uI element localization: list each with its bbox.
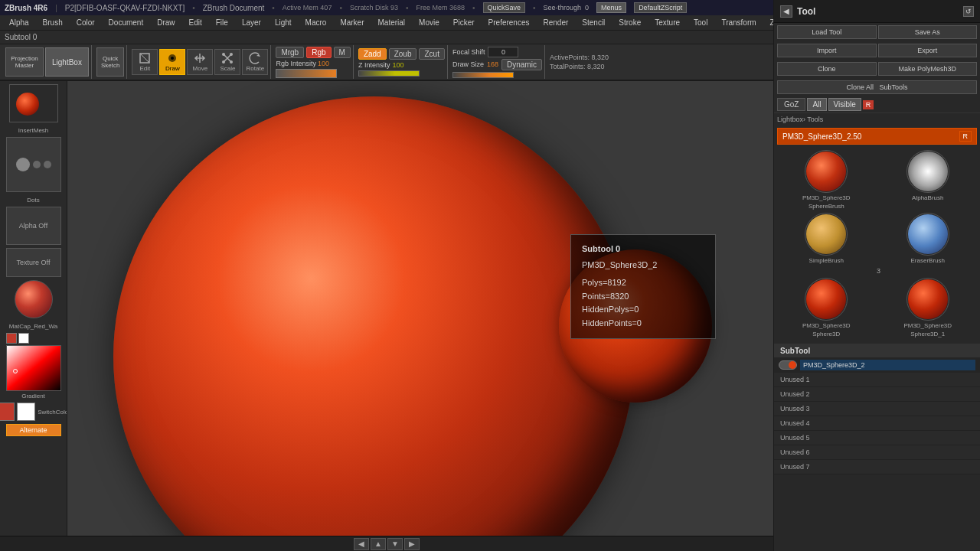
matcap-preview[interactable]	[15, 280, 53, 318]
color-picker[interactable]: Gradient	[6, 333, 61, 399]
edit-button[interactable]: Edit	[132, 49, 158, 75]
color-sq-red[interactable]	[6, 333, 17, 344]
menu-light[interactable]: Light	[269, 17, 298, 28]
menu-tool[interactable]: Tool	[688, 17, 714, 28]
scroll-right-button[interactable]: ▶	[404, 538, 420, 550]
primary-color-swatch[interactable]	[0, 403, 15, 421]
load-tool-button[interactable]: Load Tool	[777, 25, 877, 39]
dots-brush-thumb[interactable]	[6, 137, 61, 192]
menu-color[interactable]: Color	[70, 17, 101, 28]
sphere-info-points: Points=8320	[582, 290, 704, 304]
projection-section: Projection Master LightBox	[3, 45, 92, 79]
menu-material[interactable]: Material	[372, 17, 412, 28]
sphere3d1-item[interactable]: PM3D_Sphere3D Sphere3D_1	[879, 278, 978, 337]
subtool-toggle-on[interactable]	[779, 360, 797, 370]
subtool-unused-4[interactable]: Unused 4	[774, 416, 980, 431]
menu-picker[interactable]: Picker	[447, 17, 481, 28]
menu-stroke[interactable]: Stroke	[612, 17, 647, 28]
canvas-area[interactable]: Subtool 0 PM3D_Sphere3D_2 Polys=8192 Poi…	[67, 81, 773, 536]
sphere3d-item[interactable]: PM3D_Sphere3D Sphere3D	[777, 278, 876, 337]
zoub-button[interactable]: Zoub	[389, 48, 417, 60]
goz-row: GoZ All Visible R	[774, 96, 980, 112]
menu-stencil[interactable]: Stencil	[576, 17, 611, 28]
menu-movie[interactable]: Movie	[413, 17, 446, 28]
menu-transform[interactable]: Transform	[715, 17, 762, 28]
alpha-brush-item[interactable]: AlphaBrush	[879, 150, 978, 210]
save-as-button[interactable]: Save As	[878, 25, 978, 39]
z-intensity-slider[interactable]	[358, 70, 420, 77]
scroll-left-button[interactable]: ◀	[354, 538, 369, 550]
scroll-up-button[interactable]: ▲	[371, 538, 386, 550]
sphere-info-hidden-points: HiddenPoints=0	[582, 317, 704, 331]
menu-document[interactable]: Document	[103, 17, 150, 28]
lightbox-tools-label: Lightbox› Tools	[777, 116, 823, 123]
menu-file[interactable]: File	[210, 17, 234, 28]
subtool-unused-3[interactable]: Unused 3	[774, 402, 980, 416]
draw-size-slider[interactable]	[452, 72, 514, 78]
active-points: ActivePoints: 8,320	[550, 54, 609, 61]
pm3d-selector[interactable]: PM3D_Sphere3D_2.50 R	[777, 128, 977, 145]
subtool-unused-6[interactable]: Unused 6	[774, 445, 980, 460]
alternate-button[interactable]: Alternate	[6, 424, 61, 436]
clone-button[interactable]: Clone	[777, 62, 877, 76]
eraser-brush-item[interactable]: EraserBrush	[879, 213, 978, 264]
subtool-unused-1[interactable]: Unused 1	[774, 373, 980, 387]
insert-mesh-thumb[interactable]	[9, 84, 58, 122]
draw-button[interactable]: Draw	[159, 49, 185, 75]
menu-brush[interactable]: Brush	[37, 17, 69, 28]
sphere3d-sublabel: PM3D_Sphere3D	[802, 322, 851, 329]
menu-edit[interactable]: Edit	[183, 17, 208, 28]
r-key-button[interactable]: R	[863, 100, 874, 109]
points-section: ActivePoints: 8,320 TotalPoints: 8,320	[547, 45, 611, 79]
menu-macro[interactable]: Macro	[299, 17, 333, 28]
subtool-unused-5[interactable]: Unused 5	[774, 431, 980, 445]
free-mem: Free Mem 3688	[416, 4, 465, 11]
export-button[interactable]: Export	[878, 44, 978, 57]
menu-marker[interactable]: Marker	[334, 17, 370, 28]
rotate-button[interactable]: Rotate	[242, 49, 268, 75]
color-gradient-picker[interactable]	[6, 345, 61, 391]
rgb-button[interactable]: Rgb	[306, 47, 331, 58]
m-button[interactable]: M	[334, 47, 351, 58]
menu-alpha[interactable]: Alpha	[3, 17, 35, 28]
menu-preferences[interactable]: Preferences	[482, 17, 536, 28]
focal-shift-value[interactable]: 0	[488, 47, 518, 57]
quicksave-button[interactable]: QuickSave	[483, 2, 526, 13]
scroll-down-button[interactable]: ▼	[387, 538, 403, 550]
dynamic-button[interactable]: Dynamic	[501, 59, 542, 70]
zadd-button[interactable]: Zadd	[358, 48, 387, 60]
right-panel: ◀ Tool ↺ Load Tool Save As Import Export…	[773, 0, 980, 551]
menu-texture[interactable]: Texture	[648, 17, 686, 28]
scale-button[interactable]: Scale	[214, 49, 240, 75]
color-sq-white[interactable]	[18, 333, 29, 344]
secondary-color-swatch[interactable]	[17, 403, 35, 421]
lightbox-button[interactable]: LightBox	[45, 47, 89, 77]
menus-button[interactable]: Menus	[596, 2, 626, 13]
visible-button[interactable]: Visible	[828, 98, 861, 111]
quick-sketch-button[interactable]: Quick Sketch	[96, 47, 124, 77]
import-button[interactable]: Import	[777, 44, 877, 57]
script-button[interactable]: DefaultZScript	[634, 2, 687, 13]
simple-brush-item[interactable]: SimpleBrush	[777, 213, 876, 264]
move-button[interactable]: Move	[187, 49, 213, 75]
sphere-brush-item[interactable]: PM3D_Sphere3D SphereBrush	[777, 150, 876, 210]
zcut-button[interactable]: Zcut	[419, 48, 444, 60]
rgb-intensity-slider[interactable]	[276, 69, 337, 78]
active-subtool-item[interactable]: PM3D_Sphere3D_2	[800, 360, 975, 370]
projection-master-button[interactable]: Projection Master	[5, 47, 44, 77]
make-polymesh-button[interactable]: Make PolyMesh3D	[878, 62, 978, 76]
panel-refresh-button[interactable]: ↺	[963, 6, 974, 17]
alpha-off-button[interactable]: Alpha Off	[6, 207, 61, 245]
menu-render[interactable]: Render	[537, 17, 575, 28]
panel-collapse-button[interactable]: ◀	[780, 5, 792, 18]
mrgb-button[interactable]: Mrgb	[276, 47, 304, 58]
goz-button[interactable]: GoZ	[777, 98, 805, 111]
texture-off-button[interactable]: Texture Off	[6, 248, 61, 277]
seethrough-label: See-through 0	[544, 4, 590, 11]
all-button[interactable]: All	[807, 98, 826, 111]
menu-layer[interactable]: Layer	[236, 17, 267, 28]
subtool-unused-7[interactable]: Unused 7	[774, 460, 980, 474]
subtool-unused-2[interactable]: Unused 2	[774, 387, 980, 402]
clone-all-button[interactable]: Clone All SubTools	[777, 80, 977, 94]
menu-draw[interactable]: Draw	[151, 17, 181, 28]
